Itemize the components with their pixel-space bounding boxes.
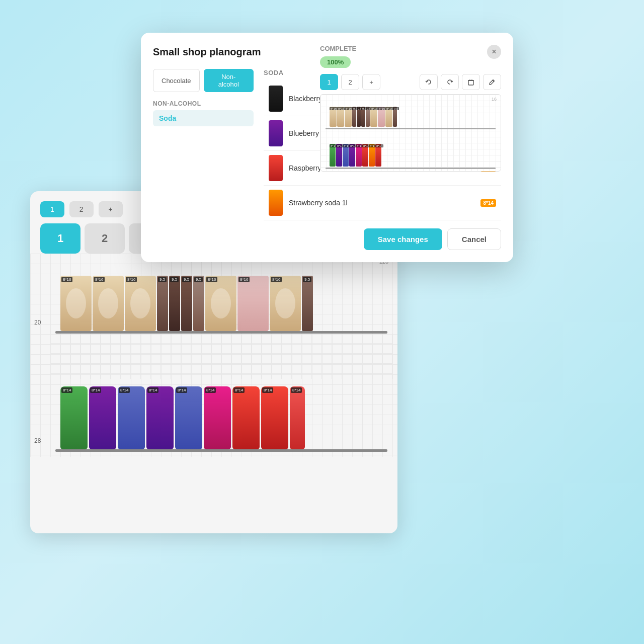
bg-shelf-row-28: 28 8*14 8*14 8*14 8*14 8 xyxy=(50,379,392,452)
soda-bottle-blue-purple-1: 8*14 xyxy=(118,386,145,449)
bg-row-label-28: 28 xyxy=(34,437,41,444)
product-badge-strawberry: 8*14 xyxy=(480,199,496,207)
mini-shelf-bottom: 8*14 8*14 8*14 8*14 8*14 8*14 8*14 8*14 xyxy=(323,142,499,168)
product-item-strawberry[interactable]: Strawberry soda 1l 8*14 xyxy=(264,186,501,220)
product-icon-raspberry xyxy=(269,155,283,181)
left-panel: Chocolate Non-alcohol Non-alcohol Soda xyxy=(153,69,254,220)
redo-icon xyxy=(446,78,453,86)
edit-button[interactable] xyxy=(483,74,501,90)
complete-label: Complete xyxy=(320,45,501,52)
product-name-strawberry: Strawberry soda 1l xyxy=(289,199,474,207)
tab-chocolate[interactable]: Chocolate xyxy=(153,69,200,92)
progress-badge: 100% xyxy=(320,56,351,68)
bg-page-1-btn[interactable]: 1 xyxy=(40,223,80,254)
undo-icon xyxy=(425,78,432,86)
choc-thin-2: 9.5 xyxy=(169,276,180,331)
soda-bottle-blue-purple-2: 8*14 xyxy=(175,386,202,449)
modal-body: Chocolate Non-alcohol Non-alcohol Soda S… xyxy=(153,69,501,220)
modal-footer: Save changes Cancel xyxy=(153,228,501,250)
soda-bottle-purple-2: 8*14 xyxy=(146,386,174,449)
tab-non-alcohol[interactable]: Non-alcohol xyxy=(204,69,254,92)
mini-shelf-top: 8*16 8*16 8*16 9.5 9.5 9.5 9.5 8*16 8*16… xyxy=(323,103,499,128)
svg-rect-0 xyxy=(468,80,473,85)
main-modal: Small shop planogram × Chocolate Non-alc… xyxy=(141,33,513,262)
modal-tabs: Chocolate Non-alcohol xyxy=(153,69,254,92)
choc-thin-5: 9.5 xyxy=(302,276,313,331)
redo-button[interactable] xyxy=(441,74,459,90)
modal-title: Small shop planogram xyxy=(153,46,261,58)
soda-bottle-green-1: 8*14 xyxy=(60,386,88,449)
soda-bottle-red-3: 8*14 xyxy=(290,386,305,449)
page-plus-btn[interactable]: + xyxy=(362,74,380,90)
bg-tab-1[interactable]: 1 xyxy=(40,201,64,217)
save-changes-button[interactable]: Save changes xyxy=(364,228,442,250)
delete-button[interactable] xyxy=(462,74,480,90)
undo-button[interactable] xyxy=(420,74,438,90)
soda-bottle-red-1: 8*14 xyxy=(232,386,260,449)
delete-icon xyxy=(467,78,474,86)
bg-row-label-20: 20 xyxy=(34,319,41,326)
soda-bottle-purple-1: 8*14 xyxy=(89,386,116,449)
soda-bottle-pink-1: 8*14 xyxy=(204,386,231,449)
bg-tab-2[interactable]: 2 xyxy=(69,201,94,217)
product-icon-strawberry xyxy=(269,190,283,216)
page-2-btn[interactable]: 2 xyxy=(341,74,359,90)
choc-product-pink-1: 8*16 xyxy=(237,276,269,331)
choc-product-cream-4: 8*16 xyxy=(205,276,236,331)
mini-planogram: 16 8*16 8*16 8*16 9.5 9.5 9.5 9.5 8*16 8… xyxy=(320,94,501,172)
category-header: Non-alcohol xyxy=(153,100,254,107)
category-item-soda[interactable]: Soda xyxy=(153,110,254,126)
choc-product-cream-3: 8*16 xyxy=(125,276,156,331)
planogram-controls: 1 2 + xyxy=(320,74,501,90)
bg-tab-plus[interactable]: + xyxy=(99,201,123,217)
edit-icon xyxy=(489,78,496,86)
choc-thin-4: 9.5 xyxy=(193,276,204,331)
choc-product-cream-5: 8*16 xyxy=(270,276,301,331)
soda-bottle-red-2: 8*14 xyxy=(261,386,288,449)
bg-page-2-btn[interactable]: 2 xyxy=(85,223,125,254)
choc-product-cream-2: 8*16 xyxy=(93,276,124,331)
bg-planogram-area: 120 20 8*16 8*16 8* xyxy=(30,254,397,457)
choc-thin-3: 9.5 xyxy=(181,276,192,331)
bg-shelf-row-20: 20 8*16 8*16 8*16 xyxy=(50,266,392,334)
product-icon-blueberry xyxy=(269,120,283,146)
page-1-btn[interactable]: 1 xyxy=(320,74,338,90)
choc-thin-1: 9.5 xyxy=(157,276,168,331)
complete-panel: Complete 100% 1 2 + xyxy=(320,45,501,172)
cancel-button[interactable]: Cancel xyxy=(447,228,501,250)
choc-product-cream-1: 8*16 xyxy=(60,276,92,331)
product-icon-blackberry xyxy=(269,86,283,112)
